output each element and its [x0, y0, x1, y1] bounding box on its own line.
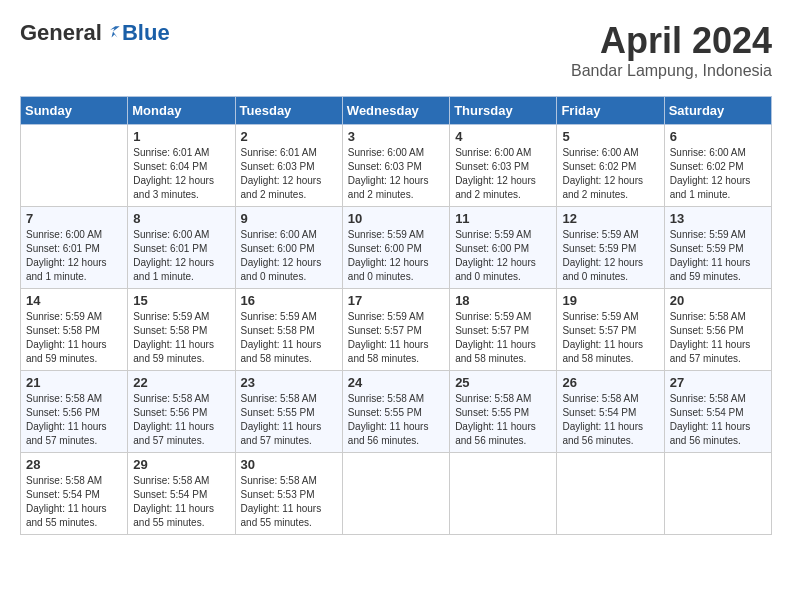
day-number: 27	[670, 375, 766, 390]
calendar-cell: 29Sunrise: 5:58 AMSunset: 5:54 PMDayligh…	[128, 453, 235, 535]
calendar-cell: 9Sunrise: 6:00 AMSunset: 6:00 PMDaylight…	[235, 207, 342, 289]
day-info: Sunrise: 5:59 AMSunset: 5:57 PMDaylight:…	[348, 310, 444, 366]
day-number: 23	[241, 375, 337, 390]
calendar-cell: 26Sunrise: 5:58 AMSunset: 5:54 PMDayligh…	[557, 371, 664, 453]
day-info: Sunrise: 6:00 AMSunset: 6:00 PMDaylight:…	[241, 228, 337, 284]
calendar-cell	[342, 453, 449, 535]
day-info: Sunrise: 6:00 AMSunset: 6:03 PMDaylight:…	[455, 146, 551, 202]
calendar-cell: 10Sunrise: 5:59 AMSunset: 6:00 PMDayligh…	[342, 207, 449, 289]
day-info: Sunrise: 5:59 AMSunset: 5:59 PMDaylight:…	[670, 228, 766, 284]
day-number: 8	[133, 211, 229, 226]
day-number: 11	[455, 211, 551, 226]
calendar-cell: 5Sunrise: 6:00 AMSunset: 6:02 PMDaylight…	[557, 125, 664, 207]
calendar-cell: 14Sunrise: 5:59 AMSunset: 5:58 PMDayligh…	[21, 289, 128, 371]
calendar-cell: 21Sunrise: 5:58 AMSunset: 5:56 PMDayligh…	[21, 371, 128, 453]
day-number: 28	[26, 457, 122, 472]
calendar-cell: 24Sunrise: 5:58 AMSunset: 5:55 PMDayligh…	[342, 371, 449, 453]
day-info: Sunrise: 5:59 AMSunset: 5:58 PMDaylight:…	[26, 310, 122, 366]
day-number: 2	[241, 129, 337, 144]
calendar-cell: 15Sunrise: 5:59 AMSunset: 5:58 PMDayligh…	[128, 289, 235, 371]
calendar-cell: 3Sunrise: 6:00 AMSunset: 6:03 PMDaylight…	[342, 125, 449, 207]
day-info: Sunrise: 6:00 AMSunset: 6:01 PMDaylight:…	[133, 228, 229, 284]
day-number: 22	[133, 375, 229, 390]
logo-blue-text: Blue	[122, 20, 170, 46]
calendar-table: SundayMondayTuesdayWednesdayThursdayFrid…	[20, 96, 772, 535]
calendar-cell: 18Sunrise: 5:59 AMSunset: 5:57 PMDayligh…	[450, 289, 557, 371]
calendar-cell: 28Sunrise: 5:58 AMSunset: 5:54 PMDayligh…	[21, 453, 128, 535]
day-number: 15	[133, 293, 229, 308]
day-number: 3	[348, 129, 444, 144]
day-info: Sunrise: 5:58 AMSunset: 5:54 PMDaylight:…	[670, 392, 766, 448]
calendar-cell: 23Sunrise: 5:58 AMSunset: 5:55 PMDayligh…	[235, 371, 342, 453]
calendar-cell: 22Sunrise: 5:58 AMSunset: 5:56 PMDayligh…	[128, 371, 235, 453]
calendar-cell: 30Sunrise: 5:58 AMSunset: 5:53 PMDayligh…	[235, 453, 342, 535]
week-row-1: 1Sunrise: 6:01 AMSunset: 6:04 PMDaylight…	[21, 125, 772, 207]
day-info: Sunrise: 6:00 AMSunset: 6:02 PMDaylight:…	[562, 146, 658, 202]
day-info: Sunrise: 5:58 AMSunset: 5:54 PMDaylight:…	[562, 392, 658, 448]
calendar-cell: 17Sunrise: 5:59 AMSunset: 5:57 PMDayligh…	[342, 289, 449, 371]
day-number: 17	[348, 293, 444, 308]
day-info: Sunrise: 5:58 AMSunset: 5:55 PMDaylight:…	[241, 392, 337, 448]
day-number: 21	[26, 375, 122, 390]
day-number: 9	[241, 211, 337, 226]
day-info: Sunrise: 5:59 AMSunset: 5:57 PMDaylight:…	[455, 310, 551, 366]
calendar-cell: 27Sunrise: 5:58 AMSunset: 5:54 PMDayligh…	[664, 371, 771, 453]
calendar-cell: 13Sunrise: 5:59 AMSunset: 5:59 PMDayligh…	[664, 207, 771, 289]
logo-bird-icon	[104, 24, 122, 42]
calendar-cell: 1Sunrise: 6:01 AMSunset: 6:04 PMDaylight…	[128, 125, 235, 207]
title-block: April 2024 Bandar Lampung, Indonesia	[571, 20, 772, 80]
day-info: Sunrise: 5:59 AMSunset: 6:00 PMDaylight:…	[348, 228, 444, 284]
calendar-cell	[450, 453, 557, 535]
column-header-saturday: Saturday	[664, 97, 771, 125]
day-info: Sunrise: 5:58 AMSunset: 5:53 PMDaylight:…	[241, 474, 337, 530]
logo-general-text: General	[20, 20, 102, 46]
calendar-cell: 19Sunrise: 5:59 AMSunset: 5:57 PMDayligh…	[557, 289, 664, 371]
calendar-cell: 6Sunrise: 6:00 AMSunset: 6:02 PMDaylight…	[664, 125, 771, 207]
day-info: Sunrise: 5:59 AMSunset: 5:57 PMDaylight:…	[562, 310, 658, 366]
day-info: Sunrise: 5:58 AMSunset: 5:54 PMDaylight:…	[133, 474, 229, 530]
logo: General Blue	[20, 20, 170, 46]
day-number: 5	[562, 129, 658, 144]
day-info: Sunrise: 6:01 AMSunset: 6:03 PMDaylight:…	[241, 146, 337, 202]
calendar-cell: 2Sunrise: 6:01 AMSunset: 6:03 PMDaylight…	[235, 125, 342, 207]
day-number: 30	[241, 457, 337, 472]
week-row-5: 28Sunrise: 5:58 AMSunset: 5:54 PMDayligh…	[21, 453, 772, 535]
day-number: 20	[670, 293, 766, 308]
calendar-body: 1Sunrise: 6:01 AMSunset: 6:04 PMDaylight…	[21, 125, 772, 535]
calendar-cell: 4Sunrise: 6:00 AMSunset: 6:03 PMDaylight…	[450, 125, 557, 207]
column-header-tuesday: Tuesday	[235, 97, 342, 125]
day-number: 10	[348, 211, 444, 226]
calendar-cell: 25Sunrise: 5:58 AMSunset: 5:55 PMDayligh…	[450, 371, 557, 453]
calendar-cell	[664, 453, 771, 535]
day-number: 12	[562, 211, 658, 226]
day-number: 6	[670, 129, 766, 144]
day-number: 24	[348, 375, 444, 390]
day-info: Sunrise: 5:58 AMSunset: 5:55 PMDaylight:…	[348, 392, 444, 448]
day-number: 25	[455, 375, 551, 390]
calendar-cell	[21, 125, 128, 207]
day-info: Sunrise: 5:58 AMSunset: 5:56 PMDaylight:…	[133, 392, 229, 448]
day-info: Sunrise: 5:58 AMSunset: 5:55 PMDaylight:…	[455, 392, 551, 448]
day-number: 14	[26, 293, 122, 308]
day-info: Sunrise: 5:59 AMSunset: 5:59 PMDaylight:…	[562, 228, 658, 284]
day-number: 29	[133, 457, 229, 472]
calendar-cell: 16Sunrise: 5:59 AMSunset: 5:58 PMDayligh…	[235, 289, 342, 371]
day-number: 13	[670, 211, 766, 226]
day-info: Sunrise: 5:59 AMSunset: 5:58 PMDaylight:…	[241, 310, 337, 366]
day-number: 7	[26, 211, 122, 226]
day-number: 19	[562, 293, 658, 308]
page-header: General Blue April 2024 Bandar Lampung, …	[20, 20, 772, 80]
calendar-cell: 7Sunrise: 6:00 AMSunset: 6:01 PMDaylight…	[21, 207, 128, 289]
column-header-friday: Friday	[557, 97, 664, 125]
day-info: Sunrise: 5:58 AMSunset: 5:54 PMDaylight:…	[26, 474, 122, 530]
calendar-cell	[557, 453, 664, 535]
location-subtitle: Bandar Lampung, Indonesia	[571, 62, 772, 80]
calendar-header-row: SundayMondayTuesdayWednesdayThursdayFrid…	[21, 97, 772, 125]
day-info: Sunrise: 6:00 AMSunset: 6:03 PMDaylight:…	[348, 146, 444, 202]
calendar-cell: 11Sunrise: 5:59 AMSunset: 6:00 PMDayligh…	[450, 207, 557, 289]
day-number: 16	[241, 293, 337, 308]
day-number: 18	[455, 293, 551, 308]
day-number: 26	[562, 375, 658, 390]
week-row-4: 21Sunrise: 5:58 AMSunset: 5:56 PMDayligh…	[21, 371, 772, 453]
day-info: Sunrise: 6:00 AMSunset: 6:02 PMDaylight:…	[670, 146, 766, 202]
